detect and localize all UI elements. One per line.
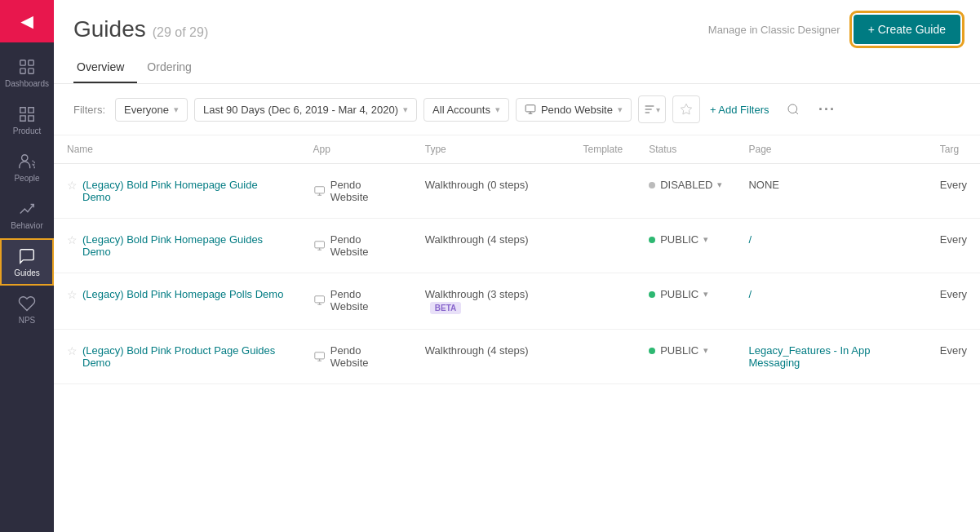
monitor-icon (313, 240, 326, 251)
sidebar-item-dashboards[interactable]: Dashboards (0, 49, 54, 96)
star-icon[interactable]: ☆ (67, 179, 78, 192)
svg-rect-0 (20, 60, 25, 64)
sidebar-item-guides[interactable]: Guides (0, 238, 54, 286)
date-range-filter[interactable]: Last 90 Days (Dec 6, 2019 - Mar 4, 2020)… (194, 98, 417, 122)
tab-ordering[interactable]: Ordering (144, 52, 204, 83)
guide-name-link[interactable]: ☆ (Legacy) Bold Pink Homepage Guides Dem… (67, 233, 287, 258)
sort-filter-button[interactable]: ▾ (638, 95, 666, 123)
star-filter-button[interactable] (672, 95, 700, 123)
segment-filter[interactable]: Everyone ▾ (115, 98, 188, 122)
sidebar-item-behavior-label: Behavior (11, 221, 42, 230)
tab-overview[interactable]: Overview (73, 52, 137, 83)
cell-template (570, 164, 636, 219)
svg-rect-3 (29, 68, 33, 73)
cell-type: Walkthrough (4 steps) (412, 330, 570, 384)
col-target: Targ (927, 135, 980, 164)
status-text: PUBLIC (660, 288, 698, 300)
cell-template (570, 219, 636, 273)
guide-name-link[interactable]: ☆ (Legacy) Bold Pink Homepage Polls Demo (67, 288, 287, 301)
sidebar-item-nps-label: NPS (19, 316, 36, 325)
sidebar-item-product[interactable]: Product (0, 96, 54, 144)
star-icon[interactable]: ☆ (67, 233, 78, 246)
sidebar-item-guides-label: Guides (14, 268, 40, 277)
status-chevron-icon[interactable]: ▾ (703, 345, 708, 356)
sidebar-logo[interactable]: ◄ (0, 0, 54, 42)
app-cell: Pendo Website (313, 233, 399, 258)
table-row: ☆ (Legacy) Bold Pink Homepage Guide Demo… (54, 164, 980, 219)
guide-name-link[interactable]: ☆ (Legacy) Bold Pink Homepage Guide Demo (67, 179, 287, 203)
cell-name: ☆ (Legacy) Bold Pink Product Page Guides… (54, 330, 300, 384)
status-dot-icon (649, 237, 655, 243)
sidebar-item-people[interactable]: People (0, 144, 54, 191)
more-icon: ··· (818, 101, 836, 118)
col-template: Template (570, 135, 636, 164)
app-filter[interactable]: Pendo Website ▾ (516, 98, 632, 122)
status-chevron-icon[interactable]: ▾ (717, 180, 722, 190)
header-right: Manage in Classic Designer + Create Guid… (708, 15, 960, 44)
target-value: Every (940, 179, 967, 191)
type-cell: Walkthrough (4 steps) (425, 233, 557, 246)
type-cell: Walkthrough (4 steps) (425, 344, 557, 357)
cell-page: / (735, 219, 926, 273)
target-value: Every (940, 288, 967, 300)
cell-app: Pendo Website (300, 330, 412, 384)
main-content: Guides (29 of 29) Manage in Classic Desi… (54, 0, 980, 532)
status-badge: PUBLIC ▾ (649, 288, 722, 300)
create-guide-button[interactable]: + Create Guide (854, 15, 960, 44)
cell-status: PUBLIC ▾ (636, 273, 735, 330)
tabs-bar: Overview Ordering (54, 52, 980, 84)
svg-point-12 (788, 104, 797, 113)
status-chevron-icon[interactable]: ▾ (703, 234, 708, 245)
search-filter-button[interactable] (779, 95, 807, 123)
monitor-icon (313, 351, 326, 362)
type-text: Walkthrough (0 steps) (425, 179, 529, 191)
status-chevron-icon[interactable]: ▾ (703, 289, 708, 299)
cell-status: PUBLIC ▾ (636, 330, 735, 384)
svg-line-13 (796, 112, 798, 114)
svg-rect-17 (314, 242, 324, 248)
col-status: Status (636, 135, 735, 164)
monitor-icon (313, 185, 326, 197)
add-filters-button[interactable]: + Add Filters (707, 99, 773, 121)
manage-classic-link[interactable]: Manage in Classic Designer (708, 24, 840, 36)
guide-name: (Legacy) Bold Pink Homepage Polls Demo (82, 288, 283, 300)
header-left: Guides (29 of 29) (73, 16, 208, 42)
page-value[interactable]: / (748, 233, 752, 246)
sidebar-item-nps[interactable]: NPS (0, 286, 54, 333)
sort-icon (643, 103, 656, 116)
app-filter-value: Pendo Website (541, 104, 613, 116)
app-cell: Pendo Website (313, 288, 399, 313)
svg-rect-20 (314, 296, 324, 303)
status-dot-icon (649, 182, 655, 188)
guide-name: (Legacy) Bold Pink Homepage Guide Demo (82, 179, 287, 203)
cell-status: DISABLED ▾ (636, 164, 735, 219)
star-icon[interactable]: ☆ (67, 344, 78, 357)
more-options-button[interactable]: ··· (814, 95, 841, 123)
accounts-filter-value: All Accounts (432, 104, 490, 116)
guide-count: (29 of 29) (153, 25, 208, 40)
status-badge: PUBLIC ▾ (649, 344, 722, 357)
sidebar-item-behavior[interactable]: Behavior (0, 191, 54, 238)
type-text: Walkthrough (3 steps) (425, 288, 529, 300)
app-chevron-icon: ▾ (618, 104, 623, 115)
filters-bar: Filters: Everyone ▾ Last 90 Days (Dec 6,… (54, 84, 980, 135)
sidebar-item-dashboards-label: Dashboards (5, 79, 49, 88)
status-badge: DISABLED ▾ (649, 179, 722, 191)
star-icon[interactable]: ☆ (67, 288, 78, 301)
page-value[interactable]: / (748, 288, 752, 300)
cell-type: Walkthrough (3 steps)BETA (412, 273, 570, 330)
accounts-chevron-icon: ▾ (495, 104, 500, 115)
accounts-filter[interactable]: All Accounts ▾ (423, 98, 509, 122)
type-cell: Walkthrough (3 steps)BETA (425, 288, 557, 314)
table-header-row: Name App Type Template Status Page Targ (54, 135, 980, 164)
cell-target: Every (927, 273, 980, 330)
cell-name: ☆ (Legacy) Bold Pink Homepage Guides Dem… (54, 219, 300, 273)
filters-label: Filters: (73, 104, 105, 116)
cell-target: Every (927, 219, 980, 273)
table-row: ☆ (Legacy) Bold Pink Homepage Polls Demo… (54, 273, 980, 330)
svg-marker-11 (681, 104, 691, 114)
page-value[interactable]: Legacy_Features - In App Messaging (748, 344, 870, 369)
cell-page: Legacy_Features - In App Messaging (735, 330, 926, 384)
svg-rect-14 (314, 187, 324, 193)
guide-name-link[interactable]: ☆ (Legacy) Bold Pink Product Page Guides… (67, 344, 287, 369)
